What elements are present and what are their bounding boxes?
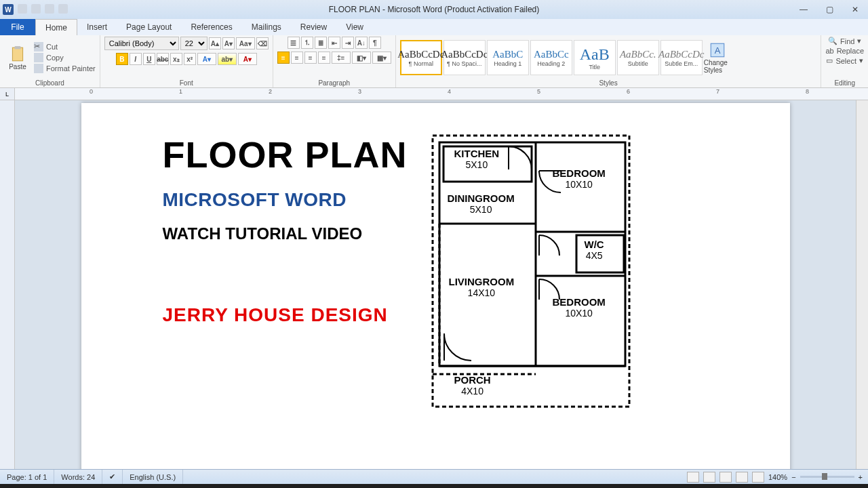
style--no-spaci-[interactable]: AaBbCcDc¶ No Spaci... xyxy=(443,40,486,75)
find-button[interactable]: 🔍Find ▾ xyxy=(828,37,861,45)
copy-button[interactable]: Copy xyxy=(34,53,96,62)
inc-indent-button[interactable]: ⇥ xyxy=(342,37,354,49)
vertical-ruler[interactable] xyxy=(0,100,15,469)
view-fullscreen-button[interactable] xyxy=(703,472,715,483)
close-button[interactable]: ✕ xyxy=(842,0,868,19)
taskbar-app-explorer[interactable]: 📁 xyxy=(174,484,197,488)
vertical-scrollbar[interactable] xyxy=(856,100,868,469)
line-spacing-button[interactable]: ‡≡ xyxy=(332,52,351,64)
tab-view[interactable]: View xyxy=(336,19,373,35)
style-subtle-em-[interactable]: AaBbCcDcSubtle Em... xyxy=(660,40,703,75)
page[interactable]: FLOOR PLAN MICROSOFT WORD WATCH TUTORIAL… xyxy=(81,103,790,469)
grow-font-button[interactable]: A▴ xyxy=(209,37,221,49)
zoom-out-button[interactable]: − xyxy=(791,473,795,481)
task-view-button[interactable] xyxy=(52,484,75,488)
style--normal[interactable]: AaBbCcDc¶ Normal xyxy=(400,40,442,75)
tab-mailings[interactable]: Mailings xyxy=(242,19,291,35)
status-proof[interactable]: ✔ xyxy=(102,470,123,484)
justify-button[interactable]: ≡ xyxy=(318,52,330,64)
taskbar-app-store[interactable]: 🛍 xyxy=(222,484,245,488)
zoom-slider[interactable] xyxy=(800,476,854,478)
dec-indent-button[interactable]: ⇤ xyxy=(328,37,340,49)
style-heading-1[interactable]: AaBbCHeading 1 xyxy=(487,40,529,75)
taskbar-app-mail[interactable]: ✉ xyxy=(198,484,221,488)
start-button[interactable] xyxy=(3,484,26,488)
view-print-layout-button[interactable] xyxy=(687,472,699,483)
status-page[interactable]: Page: 1 of 1 xyxy=(0,470,54,484)
cut-icon: ✂ xyxy=(34,42,43,52)
view-web-button[interactable] xyxy=(719,472,732,483)
underline-button[interactable]: U xyxy=(143,53,155,65)
bullets-button[interactable]: ☰ xyxy=(288,37,300,49)
font-name-select[interactable]: Calibri (Body) xyxy=(104,37,179,50)
maximize-button[interactable]: ▢ xyxy=(816,0,842,19)
floor-plan-diagram[interactable]: KITCHEN5X10 DININGROOM5X10 LIVINGROOM14X… xyxy=(427,130,637,417)
undo-icon[interactable] xyxy=(31,4,41,14)
tab-page-layout[interactable]: Page Layout xyxy=(117,19,181,35)
highlight-button[interactable]: ab▾ xyxy=(218,53,237,65)
status-bar: Page: 1 of 1 Words: 24 ✔ English (U.S.) … xyxy=(0,469,868,484)
minimize-button[interactable]: ― xyxy=(791,0,816,19)
subscript-button[interactable]: x₂ xyxy=(170,53,182,65)
search-button[interactable] xyxy=(27,484,50,488)
shading-button[interactable]: ◧▾ xyxy=(352,52,371,64)
zoom-label[interactable]: 140% xyxy=(768,473,787,481)
save-icon[interactable] xyxy=(18,4,27,14)
horizontal-ruler[interactable]: 012345678 xyxy=(15,88,868,100)
tab-review[interactable]: Review xyxy=(291,19,336,35)
superscript-button[interactable]: x² xyxy=(184,53,196,65)
bold-button[interactable]: B xyxy=(116,53,128,65)
change-styles-button[interactable]: A Change Styles xyxy=(704,39,731,77)
doc-subtitle-1[interactable]: MICROSOFT WORD xyxy=(163,189,408,211)
clear-formatting-button[interactable]: ⌫ xyxy=(256,37,269,49)
doc-subtitle-2[interactable]: WATCH TUTORIAL VIDEO xyxy=(163,224,408,243)
canvas[interactable]: FLOOR PLAN MICROSOFT WORD WATCH TUTORIAL… xyxy=(15,100,856,469)
numbering-button[interactable]: ⒈ xyxy=(301,37,313,49)
style-title[interactable]: AaBTitle xyxy=(574,40,616,75)
font-size-select[interactable]: 22 xyxy=(180,37,208,50)
room-bedroom-2: BEDROOM10X10 xyxy=(553,296,606,319)
taskbar-app-brave[interactable]: ◆ xyxy=(149,484,172,488)
format-painter-button[interactable]: Format Painter xyxy=(34,64,96,73)
redo-icon[interactable] xyxy=(45,4,54,14)
italic-button[interactable]: I xyxy=(130,53,142,65)
align-right-button[interactable]: ≡ xyxy=(304,52,317,64)
show-marks-button[interactable]: ¶ xyxy=(369,37,381,49)
align-left-button[interactable]: ≡ xyxy=(277,52,290,64)
shrink-font-button[interactable]: A▾ xyxy=(222,37,235,49)
view-outline-button[interactable] xyxy=(736,472,748,483)
style-heading-2[interactable]: AaBbCcHeading 2 xyxy=(530,40,572,75)
strikethrough-button[interactable]: abc xyxy=(157,53,169,65)
view-draft-button[interactable] xyxy=(752,472,764,483)
tab-insert[interactable]: Insert xyxy=(77,19,117,35)
borders-button[interactable]: ▦▾ xyxy=(372,52,391,64)
status-words[interactable]: Words: 24 xyxy=(54,470,102,484)
taskbar-app-edge[interactable]: ◉ xyxy=(100,484,123,488)
replace-button[interactable]: abReplace xyxy=(825,47,864,55)
align-center-button[interactable]: ≡ xyxy=(291,52,303,64)
font-color-button[interactable]: A▾ xyxy=(238,53,257,65)
paste-button[interactable]: Paste xyxy=(4,39,31,77)
taskbar-app-chrome[interactable]: ◉ xyxy=(125,484,148,488)
room-bedroom-1: BEDROOM10X10 xyxy=(553,167,606,190)
text-effects-button[interactable]: A▾ xyxy=(197,53,216,65)
select-button[interactable]: ▭Select ▾ xyxy=(826,56,863,65)
change-case-button[interactable]: Aa▾ xyxy=(236,37,255,49)
taskbar-app-cortana[interactable]: ○ xyxy=(76,484,99,488)
sort-button[interactable]: A↓ xyxy=(355,37,368,49)
room-porch: PORCH4X10 xyxy=(454,374,491,396)
paste-label: Paste xyxy=(9,63,26,70)
doc-author[interactable]: JERRY HOUSE DESIGN xyxy=(163,304,408,326)
status-language[interactable]: English (U.S.) xyxy=(123,470,183,484)
multilevel-button[interactable]: ≣ xyxy=(315,37,327,49)
tab-file[interactable]: File xyxy=(0,19,35,35)
tab-references[interactable]: References xyxy=(181,19,241,35)
doc-title[interactable]: FLOOR PLAN xyxy=(163,134,408,176)
taskbar-app-vba[interactable]: ▤ xyxy=(247,484,270,488)
tab-home[interactable]: Home xyxy=(35,19,77,35)
cut-button[interactable]: ✂Cut xyxy=(34,42,96,52)
zoom-in-button[interactable]: + xyxy=(859,473,863,481)
style-subtitle[interactable]: AaBbCc.Subtitle xyxy=(617,40,659,75)
qat-more-icon[interactable] xyxy=(58,4,68,14)
find-icon: 🔍 xyxy=(828,37,837,45)
